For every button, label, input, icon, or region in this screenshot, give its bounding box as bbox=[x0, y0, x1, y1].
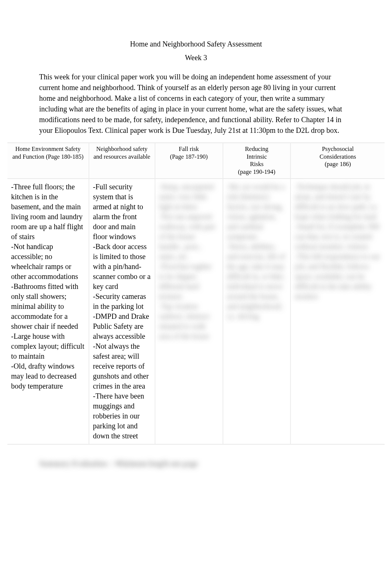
assessment-table-wrap: Home Environment Safety and Function (Pa… bbox=[7, 142, 385, 445]
cell-neighborhood: -Full security system that is armed at n… bbox=[89, 179, 155, 445]
page-subtitle: Week 3 bbox=[39, 54, 353, 62]
footer-hidden-text: Summary Evaluation -- Minimum length one… bbox=[39, 459, 198, 468]
footer: Summary Evaluation -- Minimum length one… bbox=[39, 459, 353, 468]
col-header-fall-risk: Fall risk (Page 187-190) bbox=[155, 142, 223, 179]
page-title: Home and Neighborhood Safety Assessment bbox=[39, 40, 353, 48]
table-row: -Three full floors; the kitchen is in th… bbox=[7, 179, 385, 445]
cell-fall-risk: -Steep, uncarpeted stairs; very little l… bbox=[155, 179, 223, 445]
col-header-intrinsic: Reducing Intrinsic Risks (page 190-194) bbox=[223, 142, 290, 179]
col-header-home-env: Home Environment Safety and Function (Pa… bbox=[7, 142, 89, 179]
cell-home-env: -Three full floors; the kitchen is in th… bbox=[7, 179, 89, 445]
col-header-neighborhood: Neighborhood safety and resources availa… bbox=[89, 142, 155, 179]
cell-intrinsic: -My car would be a risk (Intrinsic) fact… bbox=[223, 179, 290, 445]
assessment-table: Home Environment Safety and Function (Pa… bbox=[7, 142, 385, 445]
col-header-psychosocial: Psychosocial Considerations (page 186) bbox=[290, 142, 385, 179]
intro-paragraph: This week for your clinical paper work y… bbox=[39, 72, 353, 136]
cell-psychosocial: -Technique should job, in alone, and doe… bbox=[290, 179, 385, 445]
table-header-row: Home Environment Safety and Function (Pa… bbox=[7, 142, 385, 179]
